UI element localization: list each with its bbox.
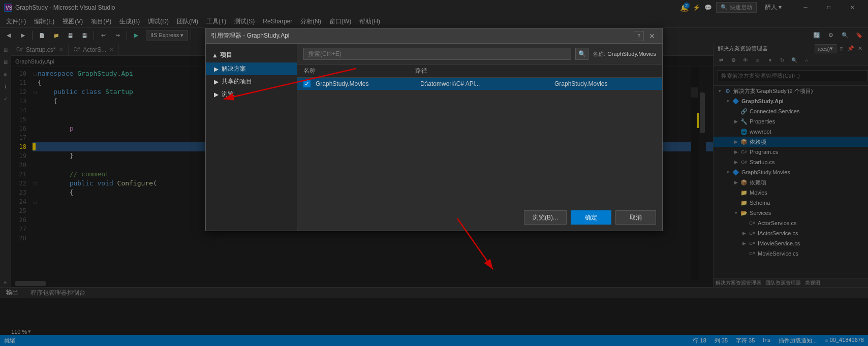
dialog-title: 引用管理器 - GraphStudy.Api	[211, 32, 290, 40]
dialog-title-bar: 引用管理器 - GraphStudy.Api ? ✕	[206, 28, 662, 44]
dialog-help-button[interactable]: ?	[634, 31, 644, 41]
dialog-table-body: ✓ GraphStudy.Movies D:\atomwork\C# APl..…	[297, 78, 662, 204]
dialog-cell-name: GraphStudy.Movies	[316, 80, 420, 87]
col-header-name: 名称	[303, 67, 415, 75]
dialog-sidebar-item-shared[interactable]: ▶ 共享的项目	[206, 75, 297, 88]
dialog-close-button[interactable]: ✕	[647, 31, 657, 41]
dialog-ok-button[interactable]: 确定	[571, 210, 611, 225]
dialog-footer: 浏览(B)... 确定 取消	[297, 204, 662, 231]
dialog-sidebar-section-projects[interactable]: ▲ 项目	[206, 48, 297, 62]
dialog-browse-button[interactable]: 浏览(B)...	[524, 210, 567, 225]
dialog-row-graphstudy-movies[interactable]: ✓ GraphStudy.Movies D:\atomwork\C# APl..…	[297, 78, 662, 90]
dialog-cell-path: D:\atomwork\C# APl...	[420, 80, 554, 87]
dialog-cell-name2: GraphStudy.Movies	[554, 80, 656, 87]
dialog-checkbox-movies[interactable]: ✓	[303, 80, 311, 87]
reference-manager-dialog: 引用管理器 - GraphStudy.Api ? ✕ ▲ 项目 ▶ 解决方案 ▶	[205, 28, 663, 231]
dialog-search-input[interactable]	[303, 48, 571, 60]
col-header-name2	[554, 67, 656, 75]
dialog-table-header: 名称 路径	[297, 65, 662, 78]
col-header-path: 路径	[415, 67, 554, 75]
dialog-sidebar-item-solution[interactable]: ▶ 解决方案	[206, 62, 297, 75]
dialog-column-labels: 名称: GraphStudy.Movies	[593, 50, 656, 58]
dialog-search-button[interactable]: 🔍	[575, 48, 588, 60]
dialog-overlay: 引用管理器 - GraphStudy.Api ? ✕ ▲ 项目 ▶ 解决方案 ▶	[0, 0, 868, 346]
dialog-content: 🔍 名称: GraphStudy.Movies 名称 路径	[297, 44, 662, 231]
dialog-sidebar-item-browse[interactable]: ▶ 浏览	[206, 88, 297, 101]
dialog-sidebar: ▲ 项目 ▶ 解决方案 ▶ 共享的项目 ▶ 浏览	[206, 44, 297, 231]
dialog-cancel-button[interactable]: 取消	[615, 210, 656, 225]
dialog-search-area: 🔍 名称: GraphStudy.Movies	[297, 44, 662, 65]
dialog-body: ▲ 项目 ▶ 解决方案 ▶ 共享的项目 ▶ 浏览	[206, 44, 662, 231]
